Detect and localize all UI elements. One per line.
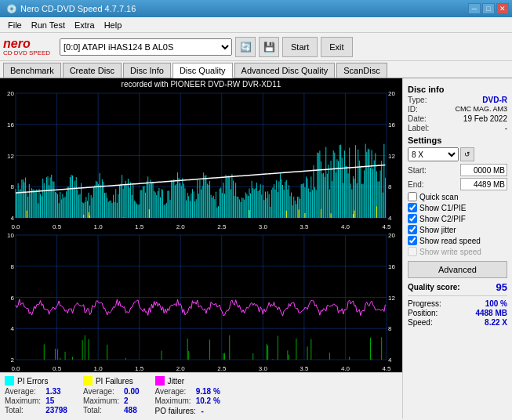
position-label: Position: — [408, 309, 438, 317]
maximize-button[interactable]: □ — [482, 3, 495, 14]
divider — [408, 295, 507, 296]
jitter-avg-label: Average: — [155, 387, 191, 396]
start-row: Start: — [408, 164, 507, 176]
save-button[interactable]: 💾 — [259, 37, 279, 57]
quick-scan-label: Quick scan — [419, 193, 458, 201]
pif-avg-label: Average: — [83, 387, 119, 396]
show-jitter-checkbox[interactable] — [408, 225, 417, 234]
tab-disc-info[interactable]: Disc Info — [123, 63, 171, 78]
jitter-avg-value: 9.18 % — [196, 387, 220, 396]
pi-errors-color — [5, 376, 14, 386]
bottom-chart — [0, 232, 402, 372]
pif-avg-value: 0.00 — [124, 387, 139, 396]
chart-panel: recorded with PIONEER DVD-RW DVR-XD11 PI… — [0, 78, 402, 418]
pif-total-value: 488 — [124, 406, 139, 415]
pi-errors-legend: PI Errors Average: 1.33 Maximum: 15 Tota… — [5, 376, 67, 415]
chart-title: recorded with PIONEER DVD-RW DVR-XD11 — [0, 78, 402, 90]
show-c2-checkbox[interactable] — [408, 214, 417, 223]
position-row: Position: 4488 MB — [408, 309, 507, 317]
advanced-button[interactable]: Advanced — [408, 261, 507, 278]
speed-row: Speed: 8.22 X — [408, 318, 507, 327]
start-button[interactable]: Start — [282, 37, 318, 57]
pi-failures-title: PI Failures — [83, 376, 140, 386]
progress-section: Progress: 100 % Position: 4488 MB Speed:… — [408, 299, 507, 327]
progress-value: 100 % — [485, 299, 507, 308]
disc-date-row: Date: 19 Feb 2022 — [408, 114, 507, 123]
start-input[interactable] — [460, 164, 507, 176]
speed-label: Speed: — [408, 318, 433, 327]
end-label: End: — [408, 180, 424, 189]
minimize-button[interactable]: ─ — [468, 3, 481, 14]
main-content: recorded with PIONEER DVD-RW DVR-XD11 PI… — [0, 78, 512, 418]
tab-benchmark[interactable]: Benchmark — [3, 63, 61, 78]
show-c2-label: Show C2/PIF — [419, 215, 466, 223]
date-value: 19 Feb 2022 — [463, 114, 507, 123]
menu-extra[interactable]: Extra — [70, 19, 100, 31]
show-c1-checkbox[interactable] — [408, 203, 417, 212]
show-c1-row: Show C1/PIE — [408, 203, 507, 212]
close-button[interactable]: ✕ — [496, 3, 509, 14]
speed-value: 8.22 X — [485, 318, 507, 327]
label-value: - — [505, 124, 507, 132]
jitter-data: Average: 9.18 % Maximum: 10.2 % — [155, 387, 220, 405]
title-bar-controls: ─ □ ✕ — [468, 3, 509, 14]
pi-errors-data: Average: 1.33 Maximum: 15 Total: 23798 — [5, 387, 67, 415]
end-input[interactable] — [460, 178, 507, 190]
speed-setting: 8 X ↺ — [408, 147, 507, 161]
exit-button[interactable]: Exit — [321, 37, 352, 57]
pif-max-label: Maximum: — [83, 396, 119, 405]
show-write-speed-checkbox — [408, 247, 417, 256]
quick-scan-checkbox[interactable] — [408, 192, 417, 201]
pi-failures-legend: PI Failures Average: 0.00 Maximum: 2 Tot… — [83, 376, 140, 415]
settings-title: Settings — [408, 136, 507, 145]
menu-run-test[interactable]: Run Test — [27, 19, 70, 31]
po-failures-area: PO failures: - — [155, 407, 220, 415]
id-label: ID: — [408, 105, 418, 114]
jitter-title: Jitter — [155, 376, 220, 386]
top-chart-canvas — [0, 90, 402, 230]
quality-score-row: Quality score: 95 — [408, 281, 507, 293]
settings-icon-button[interactable]: ↺ — [460, 147, 474, 161]
pi-failures-label: PI Failures — [96, 377, 133, 386]
menu-help[interactable]: Help — [100, 19, 127, 31]
tab-scan-disc[interactable]: ScanDisc — [336, 63, 387, 78]
tab-advanced-disc-quality[interactable]: Advanced Disc Quality — [234, 63, 336, 78]
disc-type-row: Type: DVD-R — [408, 96, 507, 104]
jitter-label: Jitter — [168, 377, 185, 386]
window-title: Nero CD-DVD Speed 4.7.7.16 — [20, 4, 136, 13]
start-label: Start: — [408, 166, 427, 175]
jitter-max-label: Maximum: — [155, 396, 191, 405]
logo-area: nero CD·DVD SPEED — [3, 37, 50, 56]
pi-errors-label: PI Errors — [17, 377, 48, 386]
tab-create-disc[interactable]: Create Disc — [63, 63, 122, 78]
pi-errors-title: PI Errors — [5, 376, 67, 386]
top-chart — [0, 90, 402, 230]
show-read-speed-row: Show read speed — [408, 236, 507, 245]
bottom-chart-canvas — [0, 232, 402, 372]
show-read-speed-checkbox[interactable] — [408, 236, 417, 245]
show-write-speed-row: Show write speed — [408, 247, 507, 256]
label-label: Label: — [408, 124, 429, 132]
pi-avg-label: Average: — [5, 387, 41, 396]
drive-select[interactable]: [0:0] ATAPI iHAS124 B AL0S — [60, 38, 232, 56]
toolbar: nero CD·DVD SPEED [0:0] ATAPI iHAS124 B … — [0, 33, 512, 61]
po-failures-value: - — [202, 407, 204, 415]
quality-score-label: Quality score: — [408, 283, 460, 291]
show-c1-label: Show C1/PIE — [419, 204, 466, 212]
legend-area: PI Errors Average: 1.33 Maximum: 15 Tota… — [0, 372, 402, 418]
pi-failures-data: Average: 0.00 Maximum: 2 Total: 488 — [83, 387, 140, 415]
pif-total-label: Total: — [83, 406, 119, 415]
nero-sub: CD·DVD SPEED — [3, 49, 50, 56]
pi-max-label: Maximum: — [5, 396, 41, 405]
title-bar: 💿 Nero CD-DVD Speed 4.7.7.16 ─ □ ✕ — [0, 0, 512, 17]
progress-label: Progress: — [408, 299, 441, 308]
quick-scan-row: Quick scan — [408, 192, 507, 201]
pif-max-value: 2 — [124, 396, 139, 405]
id-value: CMC MAG. AM3 — [455, 105, 507, 114]
refresh-button[interactable]: 🔄 — [235, 37, 256, 57]
pi-max-value: 15 — [45, 396, 67, 405]
menu-file[interactable]: File — [3, 19, 27, 31]
tab-disc-quality[interactable]: Disc Quality — [172, 63, 233, 78]
title-bar-title: 💿 Nero CD-DVD Speed 4.7.7.16 — [6, 4, 136, 14]
speed-select[interactable]: 8 X — [408, 147, 459, 161]
